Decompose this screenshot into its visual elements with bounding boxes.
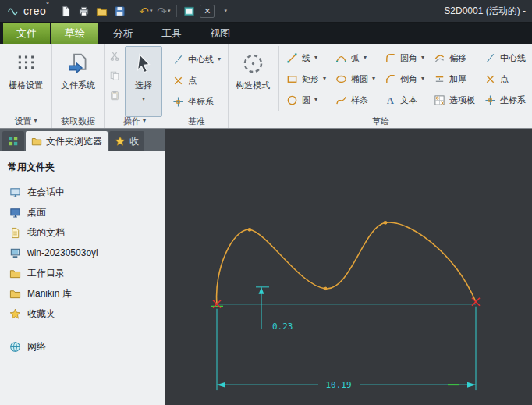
datum-csys-button[interactable]: 坐标系 xyxy=(168,91,225,112)
thicken-icon xyxy=(434,73,445,85)
select-button[interactable]: 选择 ▾ xyxy=(125,46,162,117)
model-tree-icon xyxy=(8,136,19,147)
paste-button[interactable] xyxy=(107,87,122,103)
point-icon xyxy=(484,73,496,85)
text-tool-button[interactable]: 文本 xyxy=(380,90,429,110)
dimension-text-offset[interactable]: 0.23 xyxy=(272,322,293,332)
coordinate-system-icon xyxy=(484,94,496,106)
file-system-button[interactable]: 文件系统 xyxy=(55,46,101,117)
title-bar[interactable]: creo° ↶▾ ↷▾ × ▾ S2D0001 (活动的) - xyxy=(0,0,532,23)
creo-logo: creo° xyxy=(6,4,49,18)
sketch-point-button[interactable]: 点 xyxy=(480,69,530,89)
sketch-csys-button[interactable]: 坐标系 xyxy=(480,90,530,110)
copy-icon xyxy=(109,70,120,81)
offset-icon xyxy=(434,52,445,64)
caret-down-icon: ▾ xyxy=(364,55,367,61)
width-dimension[interactable]: 10.19 xyxy=(217,307,476,390)
interpolation-point[interactable] xyxy=(248,228,252,232)
tab-analysis[interactable]: 分析 xyxy=(100,23,147,44)
palette-tool-button[interactable]: 选项板 xyxy=(429,90,480,110)
redo-button[interactable]: ↷▾ xyxy=(155,2,172,20)
spline-curve[interactable] xyxy=(217,222,476,304)
line-tool-button[interactable]: 线▾ xyxy=(282,48,331,68)
tab-sketch[interactable]: 草绘 xyxy=(51,23,98,44)
document-icon xyxy=(9,227,21,239)
copy-button[interactable] xyxy=(107,68,122,83)
save-icon xyxy=(114,5,126,17)
redo-icon: ↷ xyxy=(157,5,167,17)
circle-tool-button[interactable]: 圆▾ xyxy=(282,90,331,110)
grid-settings-button[interactable]: 栅格设置 xyxy=(2,46,49,117)
chamfer-tool-button[interactable]: 倒角▾ xyxy=(380,69,429,89)
caret-down-icon: ▾ xyxy=(218,56,221,62)
centerline-icon xyxy=(484,52,496,64)
construction-mode-icon xyxy=(242,52,264,75)
folder-browser-body: 常用文件夹 在会话中 桌面 我的文档 win-20230503oyl 工作目录 … xyxy=(0,151,165,405)
thicken-tool-button[interactable]: 加厚 xyxy=(429,69,480,89)
open-button[interactable] xyxy=(94,2,111,20)
folder-item-in-session[interactable]: 在会话中 xyxy=(6,182,158,202)
undo-button[interactable]: ↶▾ xyxy=(137,2,154,20)
favorites-star-icon xyxy=(115,136,126,147)
cut-button[interactable] xyxy=(107,48,122,64)
offset-dimension[interactable]: 0.23 xyxy=(256,287,293,332)
offset-tool-button[interactable]: 偏移 xyxy=(429,48,480,68)
new-file-button[interactable] xyxy=(58,2,75,20)
folder-item-computer[interactable]: win-20230503oyl xyxy=(6,243,158,263)
fillet-tool-button[interactable]: 圆角▾ xyxy=(380,48,429,68)
chamfer-icon xyxy=(385,73,396,85)
tab-folder-browser[interactable]: 文件夹浏览器 xyxy=(26,131,108,151)
ribbon-tab-bar: 文件 草绘 分析 工具 视图 xyxy=(0,23,532,44)
folder-item-manikin-library[interactable]: Manikin 库 xyxy=(6,283,158,304)
group-label-settings[interactable]: 设置▾ xyxy=(2,115,49,127)
toolbar-separator xyxy=(133,5,133,17)
group-label-get-data: 获取数据 xyxy=(55,115,101,127)
toolbar-separator xyxy=(176,5,177,17)
quick-access-customize-button[interactable]: ▾ xyxy=(217,2,234,20)
folder-icon xyxy=(9,288,21,300)
interpolation-point[interactable] xyxy=(384,221,388,225)
ribbon: 栅格设置 设置▾ 文件系统 获取数据 xyxy=(0,44,532,129)
tab-model-tree[interactable] xyxy=(2,131,24,151)
regenerate-button[interactable] xyxy=(181,2,198,20)
spline-tool-button[interactable]: 样条 xyxy=(331,90,380,110)
ribbon-group-settings: 栅格设置 设置▾ xyxy=(0,44,52,128)
fillet-icon xyxy=(385,52,396,64)
print-icon xyxy=(78,5,90,17)
in-session-icon xyxy=(9,187,21,198)
arc-icon xyxy=(335,52,347,64)
navigator-panel: 文件夹浏览器 收 常用文件夹 在会话中 桌面 我的文档 win-20230503… xyxy=(0,129,165,405)
ellipse-tool-button[interactable]: 椭圆▾ xyxy=(331,69,380,89)
rectangle-tool-button[interactable]: 矩形▾ xyxy=(282,69,331,89)
dimension-text-width[interactable]: 10.19 xyxy=(325,380,351,390)
tab-favorites[interactable]: 收 xyxy=(109,131,144,151)
folder-item-desktop[interactable]: 桌面 xyxy=(6,202,158,222)
sketch-drawing: 0.23 10.19 xyxy=(165,129,532,405)
folder-item-my-documents[interactable]: 我的文档 xyxy=(6,222,158,243)
group-label-sketch: 草绘 xyxy=(231,115,530,127)
folder-item-favorites[interactable]: 收藏夹 xyxy=(6,304,158,324)
tab-tools[interactable]: 工具 xyxy=(148,23,195,44)
interpolation-point[interactable] xyxy=(324,286,328,290)
close-window-button[interactable]: × xyxy=(199,2,216,20)
save-button[interactable] xyxy=(112,2,129,20)
sketch-canvas[interactable]: 0.23 10.19 xyxy=(165,129,532,405)
tab-file[interactable]: 文件 xyxy=(3,23,50,44)
folder-icon xyxy=(9,268,21,279)
folder-item-network[interactable]: 网络 xyxy=(6,336,158,357)
sketch-centerline-button[interactable]: 中心线 xyxy=(480,48,530,68)
folder-item-working-directory[interactable]: 工作目录 xyxy=(6,263,158,283)
caret-down-icon: ▾ xyxy=(421,55,424,61)
construction-mode-button[interactable]: 构造模式 xyxy=(231,46,275,117)
arc-tool-button[interactable]: 弧▾ xyxy=(331,48,380,68)
network-icon xyxy=(9,341,21,353)
caret-down-icon: ▾ xyxy=(142,96,145,102)
tab-view[interactable]: 视图 xyxy=(197,23,243,44)
group-label-datum: 基准 xyxy=(168,115,225,127)
group-label-operations[interactable]: 操作▾ xyxy=(107,115,162,127)
cut-icon xyxy=(109,51,120,62)
datum-centerline-button[interactable]: 中心线▾ xyxy=(168,49,225,69)
caret-down-icon: ▾ xyxy=(150,8,153,14)
print-button[interactable] xyxy=(76,2,93,20)
datum-point-button[interactable]: 点 xyxy=(168,70,225,91)
